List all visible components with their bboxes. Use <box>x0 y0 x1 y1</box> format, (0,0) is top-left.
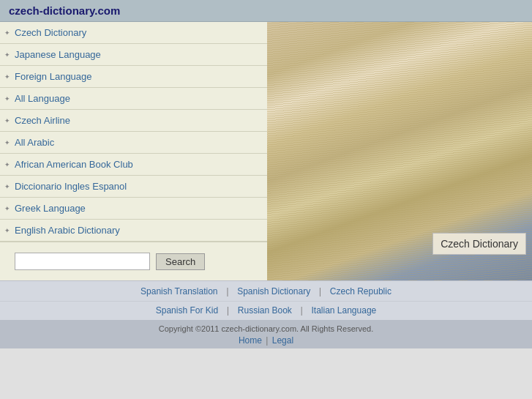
footer-home-link[interactable]: Home <box>237 335 263 346</box>
nav-link[interactable]: Greek Language <box>15 203 86 214</box>
search-button[interactable]: Search <box>156 253 205 270</box>
site-header: czech-dictionary.com <box>0 0 532 22</box>
main-container: Czech DictionaryJapanese LanguageForeign… <box>0 22 532 280</box>
separator: | <box>226 286 228 297</box>
footer-links: Home | Legal <box>0 335 532 346</box>
link-spanish-dictionary[interactable]: Spanish Dictionary <box>231 286 316 297</box>
nav-link[interactable]: Czech Airline <box>15 115 70 126</box>
nav-link[interactable]: English Arabic Dictionary <box>15 225 120 236</box>
links-row2: Spanish For Kid | Russian Book | Italian… <box>0 301 532 320</box>
footer-copyright: Copyright ©2011 czech-dictionary.com. Al… <box>0 324 532 333</box>
left-panel: Czech DictionaryJapanese LanguageForeign… <box>0 22 267 280</box>
site-name: czech-dictionary.com <box>9 4 120 17</box>
link-italian-language[interactable]: Italian Language <box>305 305 382 316</box>
links-row1: Spanish Translation | Spanish Dictionary… <box>0 280 532 301</box>
nav-link[interactable]: All Arabic <box>15 137 54 148</box>
nav-link[interactable]: Diccionario Ingles Espanol <box>15 181 127 192</box>
right-panel: Czech Dictionary <box>267 22 532 280</box>
search-area: Search <box>0 242 267 280</box>
separator: | <box>319 286 321 297</box>
nav-item[interactable]: Foreign Language <box>0 66 267 88</box>
nav-item[interactable]: Japanese Language <box>0 44 267 66</box>
footer: Copyright ©2011 czech-dictionary.com. Al… <box>0 320 532 348</box>
separator: | <box>300 305 302 316</box>
nav-link[interactable]: Japanese Language <box>15 49 101 60</box>
nav-link[interactable]: Foreign Language <box>15 71 92 82</box>
search-input[interactable] <box>15 253 150 270</box>
bottom-gray-area <box>0 348 532 399</box>
nav-link[interactable]: African American Book Club <box>15 159 133 170</box>
nav-item[interactable]: English Arabic Dictionary <box>0 220 267 242</box>
link-czech-republic[interactable]: Czech Republic <box>324 286 397 297</box>
nav-link[interactable]: All Language <box>15 93 70 104</box>
link-spanish-translation[interactable]: Spanish Translation <box>135 286 223 297</box>
nav-item[interactable]: Czech Airline <box>0 110 267 132</box>
link-russian-book[interactable]: Russian Book <box>232 305 298 316</box>
nav-item[interactable]: Greek Language <box>0 198 267 220</box>
link-spanish-for-kid[interactable]: Spanish For Kid <box>150 305 224 316</box>
pipe-separator: | <box>266 335 270 346</box>
nav-link[interactable]: Czech Dictionary <box>15 27 86 38</box>
nav-item[interactable]: All Language <box>0 88 267 110</box>
nav-item[interactable]: Czech Dictionary <box>0 22 267 44</box>
separator: | <box>227 305 229 316</box>
nav-item[interactable]: All Arabic <box>0 132 267 154</box>
nav-item[interactable]: African American Book Club <box>0 154 267 176</box>
footer-legal-link[interactable]: Legal <box>271 335 295 346</box>
nav-item[interactable]: Diccionario Ingles Espanol <box>0 176 267 198</box>
nav-list: Czech DictionaryJapanese LanguageForeign… <box>0 22 267 242</box>
czech-dictionary-label: Czech Dictionary <box>432 233 526 255</box>
